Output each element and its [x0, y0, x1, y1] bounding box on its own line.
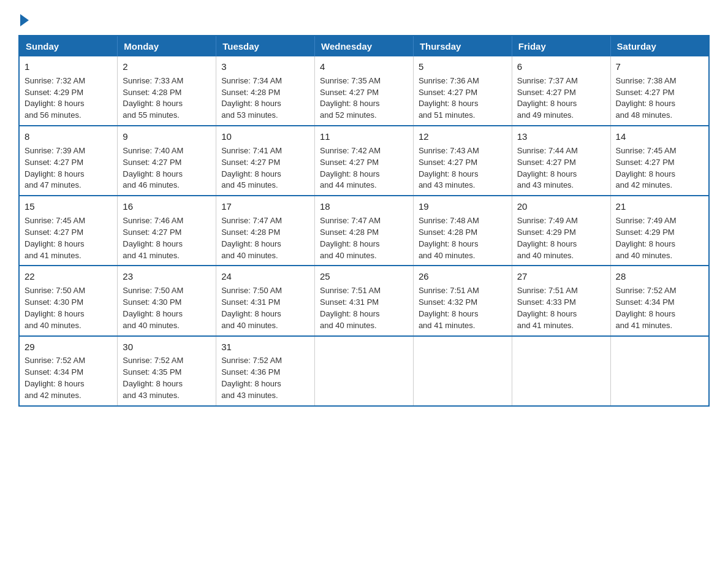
daylight-text: Daylight: 8 hours [616, 239, 676, 248]
weekday-header-tuesday: Tuesday [216, 36, 315, 56]
sunset-text: Sunset: 4:29 PM [616, 228, 675, 237]
sunrise-text: Sunrise: 7:51 AM [517, 286, 578, 295]
daylight-text2: and 41 minutes. [123, 251, 180, 260]
calendar-cell: 1 Sunrise: 7:32 AM Sunset: 4:29 PM Dayli… [19, 56, 118, 126]
day-number: 1 [25, 60, 112, 74]
daylight-text2: and 47 minutes. [25, 180, 82, 190]
sunset-text: Sunset: 4:27 PM [123, 228, 181, 237]
sunset-text: Sunset: 4:29 PM [25, 88, 83, 97]
sunset-text: Sunset: 4:27 PM [419, 88, 477, 97]
daylight-text: Daylight: 8 hours [517, 99, 577, 108]
sunset-text: Sunset: 4:29 PM [517, 228, 576, 237]
logo [18, 12, 29, 24]
calendar-week-row: 8 Sunrise: 7:39 AM Sunset: 4:27 PM Dayli… [19, 126, 709, 196]
sunset-text: Sunset: 4:32 PM [419, 297, 477, 307]
daylight-text: Daylight: 8 hours [221, 169, 281, 178]
sunset-text: Sunset: 4:34 PM [25, 367, 83, 377]
sunrise-text: Sunrise: 7:41 AM [221, 146, 282, 155]
weekday-header-sunday: Sunday [19, 36, 118, 56]
calendar-cell: 13 Sunrise: 7:44 AM Sunset: 4:27 PM Dayl… [512, 126, 610, 196]
calendar-cell: 12 Sunrise: 7:43 AM Sunset: 4:27 PM Dayl… [413, 126, 512, 196]
daylight-text2: and 40 minutes. [419, 251, 476, 260]
calendar-cell: 11 Sunrise: 7:42 AM Sunset: 4:27 PM Dayl… [315, 126, 414, 196]
day-number: 14 [616, 130, 703, 144]
sunset-text: Sunset: 4:30 PM [123, 297, 181, 307]
daylight-text2: and 41 minutes. [616, 321, 673, 330]
day-number: 28 [616, 270, 703, 283]
calendar-cell: 2 Sunrise: 7:33 AM Sunset: 4:28 PM Dayli… [118, 56, 216, 126]
sunrise-text: Sunrise: 7:47 AM [320, 216, 381, 225]
daylight-text2: and 55 minutes. [123, 110, 180, 120]
sunset-text: Sunset: 4:27 PM [517, 88, 576, 97]
sunset-text: Sunset: 4:27 PM [123, 158, 181, 167]
day-number: 21 [616, 200, 703, 213]
daylight-text2: and 42 minutes. [25, 391, 82, 400]
daylight-text: Daylight: 8 hours [419, 169, 479, 178]
sunrise-text: Sunrise: 7:47 AM [221, 216, 282, 225]
daylight-text2: and 51 minutes. [419, 110, 476, 120]
day-number: 19 [419, 200, 507, 213]
day-number: 7 [616, 60, 703, 74]
daylight-text: Daylight: 8 hours [517, 239, 577, 248]
daylight-text2: and 40 minutes. [123, 321, 180, 330]
sunrise-text: Sunrise: 7:37 AM [517, 76, 578, 85]
weekday-header-thursday: Thursday [413, 36, 512, 56]
daylight-text: Daylight: 8 hours [123, 169, 183, 178]
sunrise-text: Sunrise: 7:42 AM [320, 146, 381, 155]
page-header [18, 12, 710, 24]
weekday-header-monday: Monday [118, 36, 216, 56]
daylight-text2: and 56 minutes. [25, 110, 82, 120]
day-number: 29 [25, 340, 112, 354]
calendar-cell [512, 336, 610, 406]
calendar-cell: 14 Sunrise: 7:45 AM Sunset: 4:27 PM Dayl… [610, 126, 709, 196]
sunrise-text: Sunrise: 7:43 AM [419, 146, 479, 155]
sunrise-text: Sunrise: 7:50 AM [221, 286, 282, 295]
sunrise-text: Sunrise: 7:45 AM [616, 146, 677, 155]
daylight-text: Daylight: 8 hours [25, 99, 85, 108]
daylight-text2: and 43 minutes. [221, 391, 278, 400]
sunrise-text: Sunrise: 7:32 AM [25, 76, 85, 85]
sunrise-text: Sunrise: 7:52 AM [25, 356, 85, 365]
sunset-text: Sunset: 4:30 PM [25, 297, 83, 307]
day-number: 17 [221, 200, 309, 213]
sunrise-text: Sunrise: 7:34 AM [221, 76, 282, 85]
day-number: 18 [320, 200, 408, 213]
day-number: 31 [221, 340, 309, 354]
daylight-text: Daylight: 8 hours [221, 309, 281, 318]
daylight-text2: and 53 minutes. [221, 110, 278, 120]
daylight-text2: and 41 minutes. [25, 251, 82, 260]
daylight-text2: and 42 minutes. [616, 180, 673, 190]
daylight-text2: and 48 minutes. [616, 110, 673, 120]
daylight-text2: and 40 minutes. [320, 321, 377, 330]
sunset-text: Sunset: 4:28 PM [320, 228, 379, 237]
daylight-text: Daylight: 8 hours [616, 99, 676, 108]
day-number: 24 [221, 270, 309, 283]
calendar-cell: 21 Sunrise: 7:49 AM Sunset: 4:29 PM Dayl… [610, 196, 709, 266]
calendar-week-row: 15 Sunrise: 7:45 AM Sunset: 4:27 PM Dayl… [19, 196, 709, 266]
calendar-cell [315, 336, 414, 406]
day-number: 30 [123, 340, 211, 354]
day-number: 3 [221, 60, 309, 74]
calendar-cell: 15 Sunrise: 7:45 AM Sunset: 4:27 PM Dayl… [19, 196, 118, 266]
sunset-text: Sunset: 4:28 PM [419, 228, 477, 237]
sunset-text: Sunset: 4:27 PM [221, 158, 280, 167]
daylight-text2: and 43 minutes. [517, 180, 574, 190]
calendar-cell: 19 Sunrise: 7:48 AM Sunset: 4:28 PM Dayl… [413, 196, 512, 266]
daylight-text: Daylight: 8 hours [419, 99, 479, 108]
calendar-cell [413, 336, 512, 406]
daylight-text2: and 40 minutes. [221, 251, 278, 260]
day-number: 11 [320, 130, 408, 144]
calendar-cell: 9 Sunrise: 7:40 AM Sunset: 4:27 PM Dayli… [118, 126, 216, 196]
sunset-text: Sunset: 4:35 PM [123, 367, 181, 377]
sunset-text: Sunset: 4:28 PM [221, 228, 280, 237]
sunrise-text: Sunrise: 7:50 AM [123, 286, 183, 295]
daylight-text: Daylight: 8 hours [221, 379, 281, 388]
sunrise-text: Sunrise: 7:52 AM [616, 286, 677, 295]
calendar-cell: 6 Sunrise: 7:37 AM Sunset: 4:27 PM Dayli… [512, 56, 610, 126]
sunset-text: Sunset: 4:27 PM [25, 228, 83, 237]
calendar-cell: 25 Sunrise: 7:51 AM Sunset: 4:31 PM Dayl… [315, 266, 414, 335]
day-number: 22 [25, 270, 112, 283]
calendar-cell: 10 Sunrise: 7:41 AM Sunset: 4:27 PM Dayl… [216, 126, 315, 196]
day-number: 12 [419, 130, 507, 144]
sunrise-text: Sunrise: 7:36 AM [419, 76, 479, 85]
